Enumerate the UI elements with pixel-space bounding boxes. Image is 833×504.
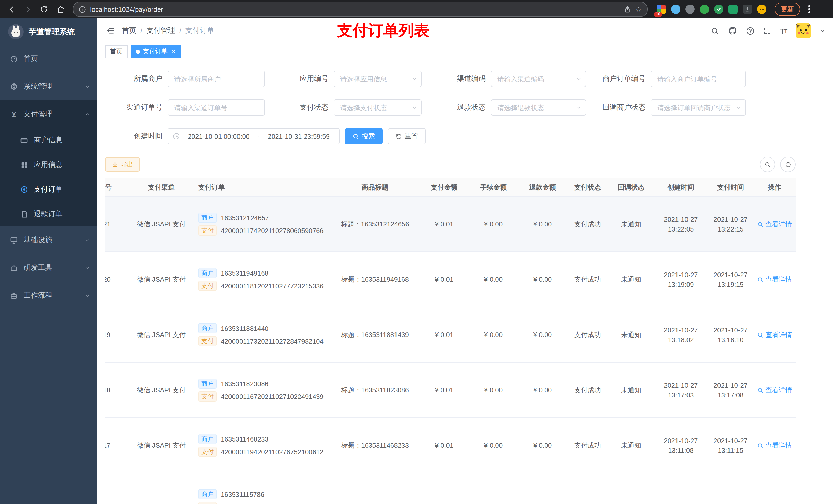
- browser-back-button[interactable]: [4, 2, 19, 16]
- browser-menu-icon[interactable]: [808, 5, 810, 13]
- reset-button[interactable]: 重置: [388, 128, 426, 144]
- extension-icon[interactable]: [671, 5, 680, 14]
- pay-status: 支付成功: [567, 307, 608, 362]
- help-icon[interactable]: [746, 26, 754, 35]
- sidebar-item-label: 基础设施: [24, 236, 52, 245]
- tab-pay-order[interactable]: 支付订单 ×: [130, 45, 181, 58]
- pay-channel: 微信 JSAPI 支付: [124, 307, 198, 362]
- top-navbar: 首页 / 支付管理 / 支付订单 支付订单列表 TT: [97, 19, 833, 43]
- sidebar-item-home[interactable]: 首页: [0, 45, 97, 73]
- column-header: 操作: [754, 178, 795, 196]
- browser-home-button[interactable]: [53, 2, 68, 16]
- extension-icon[interactable]: [686, 5, 695, 14]
- column-header: 回调状态: [608, 178, 654, 196]
- address-bar[interactable]: localhost:1024/pay/order ☆: [73, 2, 647, 17]
- breadcrumb-separator: /: [140, 27, 142, 35]
- sidebar-item-payment[interactable]: ¥ 支付管理: [0, 100, 97, 128]
- extension-icon[interactable]: [729, 5, 738, 14]
- breadcrumb-item-home[interactable]: 首页: [122, 26, 136, 35]
- gear-icon: [9, 82, 19, 91]
- table-row: 121 微信 JSAPI 支付 商户1635312124657 支付420000…: [105, 196, 795, 252]
- fullscreen-icon[interactable]: [763, 27, 771, 35]
- view-detail-link[interactable]: 查看详情: [757, 385, 792, 394]
- extension-icon[interactable]: 10: [657, 5, 666, 14]
- extension-icon[interactable]: [743, 5, 752, 14]
- column-header: 支付金额: [420, 178, 469, 196]
- extension-icon[interactable]: [757, 5, 766, 14]
- field-label: 支付状态: [265, 103, 334, 112]
- sidebar-item-dev-tools[interactable]: 研发工具: [0, 254, 97, 282]
- hide-search-button[interactable]: [760, 157, 775, 172]
- sidebar-item-workflow[interactable]: 工作流程: [0, 282, 97, 309]
- sidebar-item-label: 研发工具: [24, 263, 52, 272]
- view-detail-link[interactable]: 查看详情: [757, 441, 792, 450]
- pay-order-no: 4200001173202110272847982104: [221, 337, 324, 345]
- site-info-icon[interactable]: [78, 5, 86, 13]
- sidebar-item-label: 退款订单: [34, 210, 63, 219]
- sidebar-item-system[interactable]: 系统管理: [0, 73, 97, 100]
- merchant-input[interactable]: [168, 71, 265, 87]
- browser-reload-button[interactable]: [37, 2, 51, 16]
- breadcrumb-item-payment[interactable]: 支付管理: [146, 26, 175, 35]
- callback-status-select[interactable]: [651, 99, 746, 116]
- app-logo[interactable]: 芋道管理系统: [0, 19, 97, 45]
- sidebar-item-merchant-info[interactable]: 商户信息: [0, 128, 97, 153]
- github-icon[interactable]: [728, 26, 737, 35]
- share-icon[interactable]: [623, 5, 631, 13]
- search-button[interactable]: 搜索: [345, 128, 383, 144]
- screen: localhost:1024/pay/order ☆ 10 更新: [0, 0, 833, 504]
- clock-icon: [173, 133, 180, 140]
- sidebar-item-label: 支付订单: [34, 185, 63, 194]
- sidebar-item-infrastructure[interactable]: 基础设施: [0, 226, 97, 254]
- tab-close-icon[interactable]: ×: [172, 48, 175, 55]
- sidebar-item-refund-order[interactable]: 退款订单: [0, 202, 97, 226]
- breadcrumb: 首页 / 支付管理 / 支付订单: [122, 26, 214, 35]
- extension-badge: 10: [654, 12, 662, 17]
- fee-amount: ¥ 0.00: [469, 252, 518, 307]
- pay-channel: 微信 JSAPI 支付: [124, 362, 198, 418]
- tab-label: 支付订单: [143, 47, 168, 56]
- user-dropdown-caret-icon[interactable]: [820, 28, 826, 34]
- font-size-icon[interactable]: TT: [780, 26, 787, 35]
- user-avatar[interactable]: [795, 23, 811, 39]
- tab-label: 首页: [110, 47, 122, 56]
- app-select[interactable]: [334, 71, 422, 87]
- merchant-order-no-input[interactable]: [651, 71, 746, 87]
- create-time: 2021-10-2713:22:05: [654, 196, 708, 252]
- bookmark-star-icon[interactable]: ☆: [635, 5, 642, 13]
- order-cell: 商户1635312124657 支付4200001174202110278060…: [198, 196, 330, 252]
- product-title: 标题：1635311881439: [330, 307, 420, 362]
- merchant-tag: 商户: [198, 213, 217, 223]
- channel-code-select[interactable]: [491, 71, 586, 87]
- extension-icon[interactable]: [714, 5, 723, 14]
- table-row: 120 微信 JSAPI 支付 商户1635311949168 支付420000…: [105, 252, 795, 307]
- pay-status-select[interactable]: [334, 99, 422, 116]
- view-detail-link[interactable]: 查看详情: [757, 330, 792, 339]
- refund-status-select[interactable]: [491, 99, 586, 116]
- target-icon: [20, 186, 29, 194]
- pay-time: [708, 473, 754, 504]
- view-detail-link[interactable]: 查看详情: [757, 219, 792, 229]
- tab-home[interactable]: 首页: [105, 45, 127, 58]
- merchant-order-no: 163531115786: [221, 490, 264, 498]
- pay-order-no: 4200001181202110277723215336: [221, 282, 324, 290]
- create-time: 2021-10-2713:18:02: [654, 307, 708, 362]
- channel-order-no-input[interactable]: [168, 99, 265, 116]
- refresh-button[interactable]: [780, 157, 795, 172]
- bank-card-icon: [20, 136, 29, 144]
- extension-icon[interactable]: [700, 5, 709, 14]
- search-icon[interactable]: [710, 26, 719, 35]
- sidebar-toggle-icon[interactable]: [105, 26, 115, 35]
- browser-forward-button[interactable]: [21, 2, 35, 16]
- pay-status: 支付成功: [567, 362, 608, 418]
- sidebar-item-app-info[interactable]: 应用信息: [0, 153, 97, 177]
- tags-view-bar: 首页 支付订单 ×: [97, 43, 833, 61]
- sidebar-item-pay-order[interactable]: 支付订单: [0, 177, 97, 202]
- chrome-update-button[interactable]: 更新: [775, 3, 800, 16]
- product-title: 标题：1635312124656: [330, 196, 420, 252]
- field-label: 回调商户状态: [586, 103, 651, 112]
- refund-amount: ¥ 0.00: [518, 418, 567, 473]
- export-button[interactable]: 导出: [105, 157, 140, 172]
- view-detail-link[interactable]: 查看详情: [757, 275, 792, 284]
- create-time-range-picker[interactable]: 2021-10-01 00:00:00 - 2021-10-31 23:59:5…: [168, 128, 340, 144]
